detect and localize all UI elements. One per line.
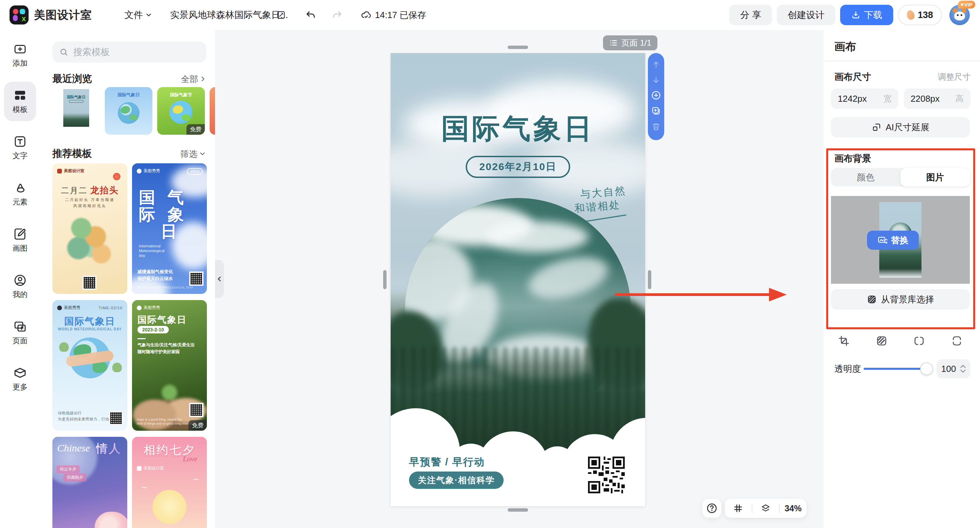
canvas-resize-handle-top[interactable] (508, 46, 528, 49)
credits-counter[interactable]: 138 (898, 5, 942, 25)
rail-item-more[interactable]: 更多 (0, 358, 40, 400)
tab-color[interactable]: 颜色 (831, 168, 900, 186)
recent-all-link[interactable]: 全部 (181, 73, 206, 85)
download-button[interactable]: 下载 (840, 5, 893, 25)
layers-button[interactable] (752, 503, 779, 514)
template-card-valentine[interactable]: Chinese 情人 何止今夕 但愿朝夕 (52, 437, 127, 528)
move-page-down-button[interactable] (652, 75, 660, 87)
save-status-text: 14:17 已保存 (375, 9, 426, 21)
recent-template-2[interactable]: 国际气象日 (105, 87, 153, 135)
tree-shape (59, 342, 69, 352)
rail-item-pages[interactable]: 页面 (0, 312, 40, 354)
sun-shape (113, 173, 121, 180)
canvas-resize-handle-bottom[interactable] (508, 508, 528, 512)
flip-vertical-icon[interactable] (948, 332, 966, 350)
rail-item-elements[interactable]: 元素 (0, 173, 40, 215)
adjust-size-link[interactable]: 调整尺寸 (938, 72, 970, 82)
brand-icon (57, 169, 62, 173)
text-icon (13, 134, 27, 149)
brand-icon (57, 305, 62, 310)
brand-name: 美图设计室 (34, 8, 92, 23)
canvas-resize-handle-right[interactable] (648, 270, 651, 289)
templates-icon (13, 88, 27, 102)
chevron-right-icon (199, 76, 206, 82)
canvas-size-label: 画布尺寸 (834, 71, 871, 83)
rail-item-templates[interactable]: 模板 (0, 80, 40, 122)
rail-item-text[interactable]: 文字 (0, 127, 40, 169)
rename-icon[interactable] (276, 10, 286, 20)
canvas-resize-handle-left[interactable] (383, 270, 387, 289)
recent-template-3[interactable]: 国际气象节 免费 (157, 87, 205, 135)
page-indicator-text: 页面 1/1 (621, 37, 651, 48)
layers-icon (760, 503, 771, 514)
style-icon[interactable] (873, 332, 891, 350)
share-button[interactable]: 分 享 (729, 5, 772, 25)
rail-item-mine[interactable]: 我的 (0, 266, 40, 307)
template-card-dragon[interactable]: 美图设计室 二月二 龙抬头 二月起好头 万事当顺遂 风调雨顺好兆头 (52, 163, 127, 294)
page-indicator[interactable]: 页面 1/1 (603, 35, 657, 50)
stepper-down-icon (960, 369, 966, 373)
rail-item-draw[interactable]: 画图 (0, 219, 40, 261)
chevron-left-icon (216, 275, 223, 282)
zoom-level[interactable]: 34% (780, 504, 807, 514)
recent-template-1[interactable]: 国际气象日 (52, 87, 100, 135)
poster-slogan[interactable]: 早预警 / 早行动 (409, 455, 485, 469)
grid-icon (733, 503, 743, 514)
design-canvas[interactable]: 国际气象日 2026年2月10日 与大自然 和谐相处 (391, 53, 645, 506)
height-input[interactable]: 2208px高 (904, 89, 970, 109)
qr-code (191, 273, 202, 285)
width-input[interactable]: 1242px宽 (831, 89, 898, 109)
tab-image[interactable]: 图片 (900, 168, 970, 186)
add-page-button[interactable] (651, 90, 661, 103)
search-box[interactable] (52, 41, 206, 63)
poster-tagline-pill[interactable]: 关注气象·相信科学 (409, 472, 504, 489)
search-input[interactable] (73, 47, 199, 57)
search-icon (59, 47, 68, 57)
poster-title[interactable]: 国际气象日 (391, 110, 645, 148)
opacity-slider[interactable] (864, 359, 932, 378)
template-card-green-photo[interactable]: 美图秀秀 国际气象日 2023-2-10 气象与生活/关注气候/关爱生活 随时随… (132, 300, 207, 431)
duplicate-page-button[interactable] (651, 106, 661, 119)
credits-value: 138 (918, 10, 933, 21)
vip-badge: ♥VIP (958, 1, 975, 8)
stepper-up-icon (960, 365, 966, 368)
background-library-button[interactable]: 从背景库选择 (831, 289, 970, 310)
template-card-blue-sky[interactable]: 美图秀秀 2023 国 气际 象日 InternationalMeteorolo… (132, 163, 207, 294)
rail-item-add[interactable]: 添加 (0, 34, 40, 76)
poster-date-pill[interactable]: 2026年2月10日 (466, 156, 570, 178)
opacity-stepper[interactable]: 100 (937, 359, 970, 378)
file-menu[interactable]: 文件 (124, 9, 153, 21)
document-title[interactable]: 实景风地球森林国际气象日... (170, 9, 272, 21)
collapse-panel-button[interactable] (215, 260, 224, 298)
flip-horizontal-icon[interactable] (910, 332, 928, 350)
recent-templates-row: 国际气象日 国际气象日 国际气象节 免费 (52, 87, 215, 135)
crop-icon[interactable] (835, 332, 853, 350)
elements-icon (13, 181, 27, 195)
background-section-title: 画布背景 (834, 153, 871, 165)
recent-template-4[interactable] (210, 87, 215, 135)
grid-toggle-button[interactable] (725, 503, 752, 514)
ai-extend-icon (872, 122, 882, 132)
meitu-design-app: x 美图设计室 文件 实景风地球森林国际气象日... 14:17 已保存 分 享… (0, 0, 980, 528)
create-design-button[interactable]: 创建设计 (777, 5, 835, 25)
redo-button[interactable] (331, 9, 343, 21)
inspector-panel: 画布 画布尺寸 调整尺寸 1242px宽 2208px高 AI尺寸延展 画布背景… (824, 30, 980, 528)
divider (824, 60, 980, 61)
ai-extend-button[interactable]: AI尺寸延展 (831, 117, 970, 137)
qr-code (84, 277, 95, 288)
opacity-slider-knob[interactable] (920, 362, 933, 375)
delete-page-button[interactable] (651, 121, 661, 134)
dragon-illustration (61, 211, 118, 268)
filter-dropdown[interactable]: 筛选 (180, 148, 206, 159)
template-card-light-blue[interactable]: 美图秀秀 TIME-02/10 国际气象日 WORLD METEOROLOGIC… (52, 300, 127, 431)
help-button[interactable] (702, 499, 721, 518)
page-toolbar (648, 53, 664, 140)
replace-background-button[interactable]: 替换 (867, 231, 919, 250)
download-icon (851, 10, 861, 20)
undo-button[interactable] (305, 9, 317, 21)
template-card-qixi[interactable]: 相约七夕 Love 美图设计室 〜 〜 (132, 437, 207, 528)
poster-qr-code[interactable] (586, 455, 627, 495)
move-page-up-button[interactable] (652, 59, 660, 72)
app-logo-icon[interactable]: x (10, 5, 29, 24)
file-menu-label: 文件 (124, 9, 143, 21)
